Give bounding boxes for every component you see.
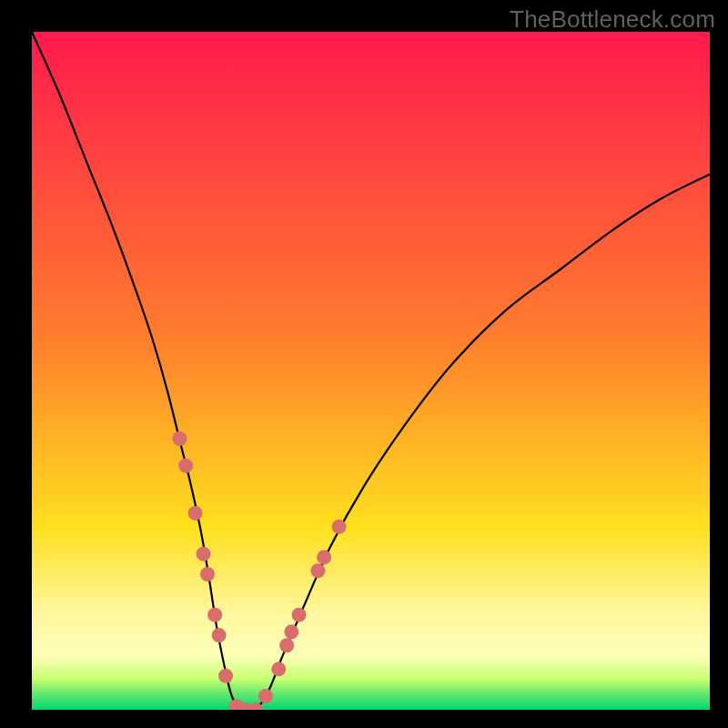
data-marker [172,431,187,446]
data-marker [178,459,193,473]
data-marker [218,669,233,683]
data-marker [310,563,325,578]
data-marker [248,703,263,710]
data-marker [284,624,298,639]
data-marker [212,628,227,642]
data-marker [331,520,346,534]
data-marker [279,638,294,652]
data-marker [196,547,210,561]
data-marker [317,550,331,564]
watermark-text: TheBottleneck.com [510,5,715,34]
data-marker [271,662,286,676]
plot-area [32,32,710,710]
data-marker [258,689,273,703]
marker-layer [32,32,710,710]
data-marker [188,506,203,521]
chart-frame: TheBottleneck.com [0,0,728,728]
data-marker [292,608,307,622]
data-marker [200,567,215,581]
data-marker [207,608,222,622]
